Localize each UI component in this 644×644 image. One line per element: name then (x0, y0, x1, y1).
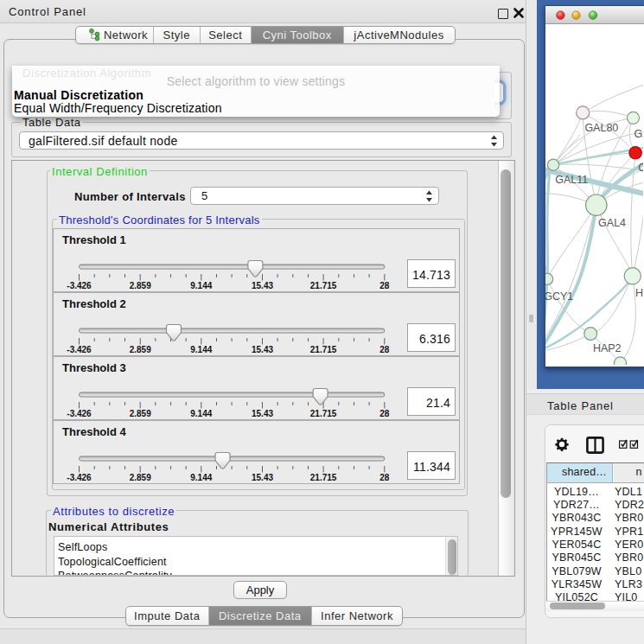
svg-text:-3.426: -3.426 (67, 281, 92, 290)
svg-text:9.144: 9.144 (190, 281, 212, 290)
svg-text:28: 28 (379, 281, 390, 290)
svg-text:-3.426: -3.426 (67, 473, 92, 482)
svg-text:2.859: 2.859 (130, 281, 151, 290)
svg-text:9.144: 9.144 (190, 473, 212, 482)
svg-text:-3.426: -3.426 (67, 409, 92, 418)
svg-text:15.43: 15.43 (252, 409, 273, 418)
svg-text:15.43: 15.43 (252, 345, 273, 354)
svg-text:28: 28 (379, 473, 390, 482)
svg-text:21.715: 21.715 (310, 409, 337, 418)
svg-text:GAL4: GAL4 (598, 217, 626, 229)
svg-text:2.859: 2.859 (130, 473, 151, 482)
svg-text:21.715: 21.715 (310, 345, 337, 354)
svg-text:28: 28 (379, 409, 390, 418)
svg-text:28: 28 (379, 345, 390, 354)
svg-text:GAL: GAL (634, 128, 642, 140)
svg-text:-3.426: -3.426 (67, 345, 92, 354)
svg-text:HAP2: HAP2 (592, 342, 621, 354)
svg-text:2.859: 2.859 (130, 345, 151, 354)
svg-text:GCY1: GCY1 (545, 290, 573, 303)
svg-text:21.715: 21.715 (310, 473, 337, 482)
svg-text:C: C (638, 162, 643, 174)
svg-text:9.144: 9.144 (190, 345, 212, 354)
svg-text:HI: HI (635, 287, 643, 299)
svg-text:GAL80: GAL80 (584, 122, 618, 134)
svg-text:21.715: 21.715 (310, 281, 337, 290)
svg-text:15.43: 15.43 (252, 281, 273, 290)
svg-text:GAL11: GAL11 (555, 174, 588, 186)
svg-text:15.43: 15.43 (252, 473, 273, 482)
svg-text:2.859: 2.859 (130, 409, 151, 418)
svg-text:9.144: 9.144 (190, 409, 212, 418)
